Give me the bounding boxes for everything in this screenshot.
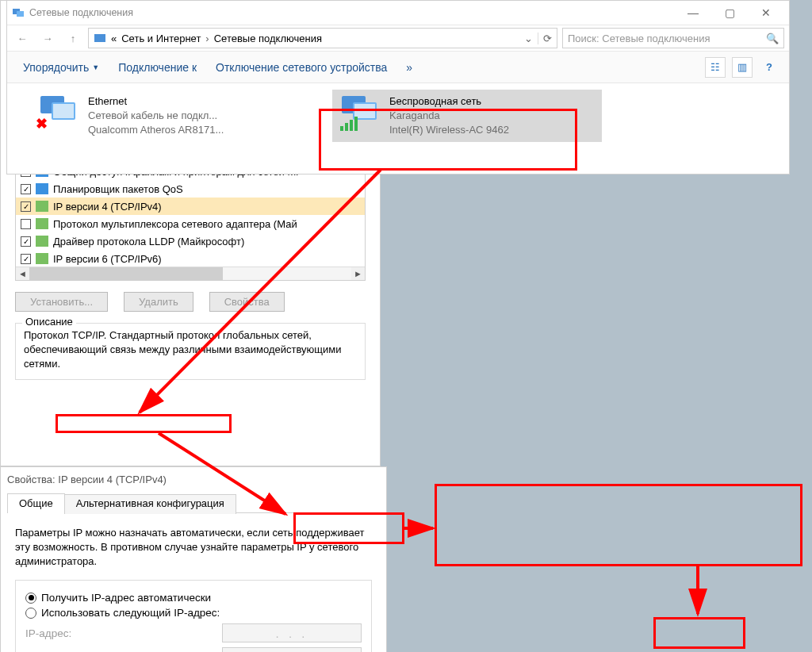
connection-device: Qualcomm Atheros AR8171... [88, 123, 224, 137]
svg-rect-1 [17, 11, 24, 17]
tab-bar: Общие Альтернативная конфигурация [7, 493, 380, 513]
checkbox-icon[interactable]: ✓ [21, 184, 31, 194]
svg-rect-12 [354, 117, 358, 131]
window-title: Сетевые подключения [29, 7, 133, 18]
connection-wireless[interactable]: Беспроводная сеть Karaganda Intel(R) Wir… [332, 90, 602, 142]
component-item[interactable]: ✓IP версии 4 (TCP/IPv4) [16, 198, 365, 215]
breadcrumb-prefix: « [111, 33, 117, 44]
scroll-left-button[interactable]: ◄ [16, 267, 29, 280]
component-item[interactable]: ✓Планировщик пакетов QoS [16, 180, 365, 198]
refresh-icon[interactable]: ⟳ [538, 33, 552, 44]
component-item[interactable]: Протокол мультиплексора сетевого адаптер… [16, 215, 365, 232]
connection-ethernet[interactable]: ✖ Ethernet Сетевой кабель не подкл... Qu… [31, 90, 301, 142]
protocol-icon [36, 201, 48, 212]
component-label: IP версии 6 (TCP/IPv6) [53, 253, 162, 265]
install-button[interactable]: Установить... [15, 292, 108, 312]
description-group: Описание Протокол TCP/IP. Стандартный пр… [15, 323, 366, 380]
ip-address-group: Получить IP-адрес автоматически Использо… [15, 580, 372, 652]
chevron-right-icon: › [205, 33, 209, 44]
checkbox-icon[interactable] [21, 219, 31, 229]
more-commands-button[interactable]: » [400, 58, 419, 77]
connection-name: Ethernet [88, 94, 224, 109]
remove-button[interactable]: Удалить [124, 292, 193, 312]
search-icon: 🔍 [766, 33, 779, 44]
horizontal-scrollbar[interactable]: ◄ ► [16, 267, 365, 280]
connection-device: Intel(R) Wireless-AC 9462 [389, 123, 509, 137]
wireless-icon [337, 94, 381, 132]
dialog-title: Свойства: IP версии 4 (TCP/IPv4) [7, 474, 167, 485]
error-x-icon: ✖ [36, 115, 48, 132]
component-label: Планировщик пакетов QoS [53, 183, 183, 195]
minimize-button[interactable]: — [675, 2, 711, 24]
protocol-icon [36, 253, 48, 264]
command-bar: Упорядочить ▼ Подключение к Отключение с… [7, 52, 789, 83]
network-connections-window: Сетевые подключения — ▢ ✕ ← → ↑ « Сеть и… [6, 0, 790, 175]
svg-rect-5 [53, 104, 74, 118]
close-button[interactable]: ✕ [748, 2, 784, 24]
radio-ip-manual[interactable]: Использовать следующий IP-адрес: [25, 607, 362, 619]
ip-address-label: IP-адрес: [25, 627, 71, 639]
forward-button[interactable]: → [37, 28, 58, 48]
search-input[interactable]: Поиск: Сетевые подключения 🔍 [562, 28, 784, 48]
ip-address-field: . . . [222, 623, 362, 642]
component-label: Протокол мультиплексора сетевого адаптер… [53, 218, 297, 230]
scroll-right-button[interactable]: ► [351, 267, 365, 280]
connection-status: Karaganda [389, 109, 509, 123]
checkbox-icon[interactable]: ✓ [21, 236, 31, 247]
organize-button[interactable]: Упорядочить ▼ [17, 58, 105, 77]
highlight-dns-section [435, 484, 802, 566]
properties-button[interactable]: Свойства [209, 292, 285, 312]
component-label: Драйвер протокола LLDP (Майкрософт) [53, 236, 244, 247]
protocol-icon [36, 236, 48, 247]
checkbox-icon[interactable]: ✓ [21, 254, 31, 264]
radio-ip-auto[interactable]: Получить IP-адрес автоматически [25, 592, 362, 604]
ipv4-description: Параметры IP можно назначать автоматичес… [15, 523, 372, 577]
view-button[interactable]: ☷ [705, 57, 726, 78]
description-text: Протокол TCP/IP. Стандартный протокол гл… [24, 328, 357, 371]
back-button[interactable]: ← [12, 28, 33, 48]
disable-device-button[interactable]: Отключение сетевого устройства [209, 58, 393, 77]
connections-list: ✖ Ethernet Сетевой кабель не подкл... Qu… [7, 83, 789, 148]
protocol-icon [36, 218, 48, 229]
subnet-mask-field: . . . [222, 647, 362, 652]
checkbox-icon[interactable]: ✓ [21, 201, 31, 212]
folder-icon [94, 32, 106, 44]
chevron-down-icon[interactable]: ⌄ [524, 33, 533, 44]
breadcrumb-item[interactable]: Сетевые подключения [214, 33, 322, 44]
help-button[interactable]: ? [759, 57, 779, 78]
breadcrumb-item[interactable]: Сеть и Интернет [121, 33, 201, 44]
chevron-down-icon: ▼ [92, 63, 99, 71]
ipv4-properties-dialog: Свойства: IP версии 4 (TCP/IPv4) Общие А… [0, 466, 387, 652]
search-placeholder: Поиск: Сетевые подключения [568, 33, 710, 44]
tab-alternate[interactable]: Альтернативная конфигурация [64, 494, 236, 514]
maximize-button[interactable]: ▢ [711, 2, 748, 24]
ethernet-icon: ✖ [36, 94, 80, 132]
svg-rect-10 [345, 123, 348, 131]
protocol-icon [36, 183, 48, 194]
component-label: IP версии 4 (TCP/IPv4) [53, 201, 162, 213]
dialog-titlebar: Свойства: IP версии 4 (TCP/IPv4) [1, 467, 386, 491]
component-item[interactable]: ✓IP версии 6 (TCP/IPv6) [16, 250, 365, 267]
svg-rect-11 [350, 120, 353, 131]
up-button[interactable]: ↑ [63, 28, 83, 48]
tab-general[interactable]: Общие [7, 493, 65, 513]
connect-button[interactable]: Подключение к [112, 58, 203, 77]
breadcrumb[interactable]: « Сеть и Интернет › Сетевые подключения … [88, 28, 557, 48]
details-pane-button[interactable]: ▥ [732, 57, 753, 78]
svg-rect-2 [94, 34, 105, 42]
connection-name: Беспроводная сеть [389, 94, 509, 109]
titlebar: Сетевые подключения — ▢ ✕ [7, 1, 789, 25]
description-group-label: Описание [22, 316, 76, 328]
svg-rect-8 [354, 104, 375, 118]
component-item[interactable]: ✓Драйвер протокола LLDP (Майкрософт) [16, 232, 365, 250]
connection-status: Сетевой кабель не подкл... [88, 109, 224, 123]
network-icon [12, 6, 25, 19]
highlight-ok-button [653, 617, 745, 649]
svg-rect-9 [340, 126, 343, 131]
address-bar: ← → ↑ « Сеть и Интернет › Сетевые подклю… [7, 25, 789, 52]
